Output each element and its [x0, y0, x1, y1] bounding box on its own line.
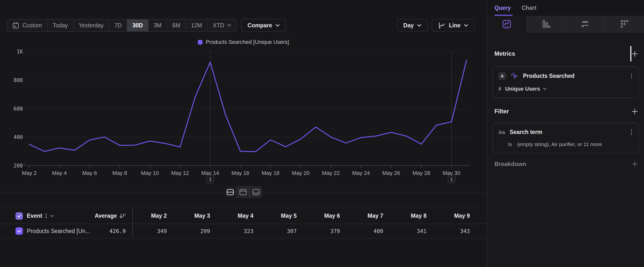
filter-title: Filter — [494, 108, 509, 115]
date-range-label: 3M — [154, 22, 162, 29]
filter-property-name: Search term — [510, 129, 542, 135]
metrics-title: Metrics — [494, 50, 515, 57]
sort-icon — [119, 213, 126, 219]
date-column-header[interactable]: May 8 — [392, 212, 436, 219]
row-checkbox[interactable] — [16, 227, 23, 235]
x-axis-label: May 24 — [352, 170, 370, 176]
add-metric-button[interactable] — [632, 51, 638, 57]
event-name: Products Searched [Un... — [27, 228, 90, 234]
date-column-header[interactable]: May 6 — [306, 212, 349, 219]
y-axis-label: 1K — [17, 49, 23, 55]
date-range-today[interactable]: Today — [48, 20, 73, 31]
metric-card[interactable]: A Products Searched # Unique Users — [492, 66, 639, 98]
layout-chart-only-button[interactable] — [237, 186, 250, 198]
chart-type-dropdown[interactable]: Line — [432, 19, 474, 32]
flow-icon — [581, 20, 590, 28]
filter-card[interactable]: Aa Search term Is (empty string), Air pu… — [492, 123, 639, 153]
filter-menu-button[interactable] — [630, 129, 633, 136]
bar-chart-icon — [542, 20, 550, 28]
breakdown-title: Breakdown — [494, 161, 526, 167]
compare-button[interactable]: Compare — [241, 19, 286, 32]
y-axis-label: 200 — [14, 163, 23, 169]
table-header-row: Event 1 Average — [0, 208, 487, 224]
event-dropdown[interactable] — [50, 215, 54, 217]
date-range-7d[interactable]: 7D — [109, 20, 127, 31]
annotation-badge[interactable]: 1 — [206, 175, 214, 183]
date-value-cells: 349299323307379400341343 — [132, 224, 479, 238]
y-axis-label: 800 — [14, 77, 23, 83]
date-column-header[interactable]: May 3 — [176, 212, 220, 219]
date-range-label: Custom — [22, 22, 42, 29]
layout-split-button[interactable] — [224, 186, 237, 198]
date-value-cell: 299 — [176, 228, 220, 234]
date-column-header[interactable]: May 7 — [349, 212, 392, 219]
date-column-header[interactable]: May 9 — [436, 212, 479, 219]
average-header-cell[interactable]: Average — [82, 208, 132, 224]
breakdown-table: Event 1 Average — [0, 208, 487, 238]
add-breakdown-button[interactable] — [632, 161, 638, 167]
event-header-cell: Event 1 — [0, 208, 82, 224]
date-range-label: 30D — [132, 22, 143, 29]
filter-operator[interactable]: Is — [508, 141, 512, 147]
panel-tabs: Query Chart — [487, 0, 644, 16]
date-column-header[interactable]: May 2 — [133, 212, 176, 219]
date-range-yesterday[interactable]: Yesterday — [74, 20, 109, 31]
event-click-icon — [511, 72, 518, 80]
date-range-label: 6M — [172, 22, 180, 29]
flows-tab[interactable] — [566, 16, 606, 33]
x-axis-label: May 8 — [112, 170, 127, 176]
date-value-cell: 379 — [306, 228, 349, 234]
filter-values[interactable]: (empty string), Air purifier, or 11 more — [517, 141, 602, 147]
date-range-30d[interactable]: 30D — [127, 20, 148, 31]
insights-tab[interactable] — [487, 16, 527, 33]
chart-display-toolbar: Day Line — [397, 19, 474, 32]
x-axis-label: May 12 — [171, 170, 189, 176]
chevron-down-icon — [227, 24, 231, 27]
funnels-tab[interactable] — [527, 16, 566, 33]
panel-scrollbar[interactable] — [630, 46, 632, 62]
average-value: 426.9 — [110, 228, 126, 234]
compare-label: Compare — [248, 22, 272, 29]
chevron-down-icon — [276, 24, 280, 27]
table-row[interactable]: Products Searched [Un... 426.9 349299323… — [0, 224, 487, 238]
date-range-3m[interactable]: 3M — [148, 20, 167, 31]
layout-table-only-button[interactable] — [250, 186, 262, 198]
string-property-icon: Aa — [498, 129, 505, 135]
y-axis-label: 600 — [14, 106, 23, 112]
aggregation-dropdown[interactable]: Unique Users — [505, 86, 540, 92]
date-range-group: CustomTodayYesterday7D30D3M6M12MXTD — [7, 19, 237, 32]
line-chart-icon — [502, 20, 511, 29]
add-filter-button[interactable] — [632, 108, 638, 115]
date-header-cells: May 2May 3May 4May 5May 6May 7May 8May 9 — [132, 208, 479, 224]
metric-menu-button[interactable] — [630, 72, 633, 80]
date-range-12m[interactable]: 12M — [186, 20, 208, 31]
report-canvas: 2004006008001KMay 2May 4May 6May 8May 10… — [0, 0, 487, 267]
date-range-xtd[interactable]: XTD — [208, 20, 236, 31]
date-range-toolbar: CustomTodayYesterday7D30D3M6M12MXTD Comp… — [7, 19, 286, 32]
chevron-down-icon — [417, 24, 422, 27]
chevron-down-icon — [543, 88, 546, 90]
tab-query[interactable]: Query — [494, 5, 511, 11]
date-column-header[interactable]: May 4 — [220, 212, 263, 219]
granularity-dropdown[interactable]: Day — [397, 19, 428, 32]
check-icon — [17, 229, 22, 233]
date-range-custom[interactable]: Custom — [7, 20, 48, 31]
report-type-strip — [487, 16, 644, 33]
annotation-badge[interactable]: 1 — [448, 175, 455, 183]
event-name-cell: Products Searched [Un... — [0, 224, 82, 238]
retention-tab[interactable] — [605, 16, 644, 33]
aggregation-prefix: # — [498, 86, 502, 92]
tab-chart[interactable]: Chart — [522, 5, 536, 11]
date-column-header[interactable]: May 5 — [263, 212, 306, 219]
select-all-checkbox[interactable] — [16, 212, 23, 220]
date-range-6m[interactable]: 6M — [167, 20, 186, 31]
layout-toggle — [224, 186, 262, 198]
x-axis-label: May 16 — [232, 170, 249, 176]
date-value-cell: 323 — [220, 228, 263, 234]
filter-section-header: Filter — [494, 108, 638, 115]
bottom-bar-layout-icon — [252, 189, 260, 195]
chevron-down-icon — [50, 215, 54, 217]
date-value-cell: 343 — [436, 228, 479, 234]
x-axis-label: May 10 — [141, 170, 159, 176]
legend-swatch — [198, 40, 202, 45]
